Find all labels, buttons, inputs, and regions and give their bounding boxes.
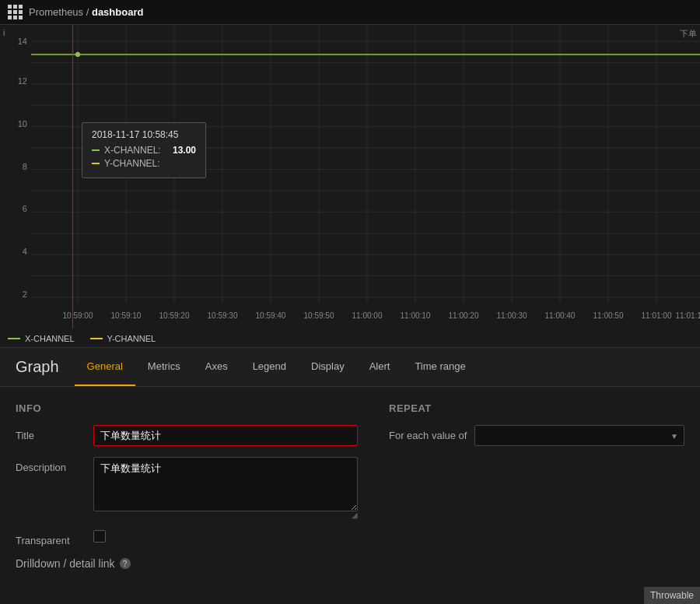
description-control: 下单数量统计 ◢ <box>93 457 358 519</box>
info-section-title: Info <box>16 402 358 414</box>
tabs-list: General Metrics Axes Legend Display Aler… <box>75 348 478 386</box>
tab-axes-label: Axes <box>205 360 228 372</box>
svg-text:8: 8 <box>23 161 27 170</box>
tabs-section: Graph General Metrics Axes Legend Displa… <box>0 348 700 387</box>
right-panel: Repeat For each value of ▼ <box>389 402 684 574</box>
app-icon[interactable] <box>8 5 23 19</box>
svg-text:10:59:50: 10:59:50 <box>304 311 334 320</box>
transparent-label: Transparent <box>16 530 93 546</box>
legend-y-label: Y-CHANNEL <box>107 334 156 343</box>
svg-text:6: 6 <box>23 204 27 213</box>
svg-text:11:00:10: 11:00:10 <box>401 311 431 320</box>
tab-metrics[interactable]: Metrics <box>135 348 193 386</box>
resize-handle: ◢ <box>93 511 358 519</box>
tooltip-x-color <box>92 149 100 151</box>
description-textarea[interactable]: 下单数量统计 <box>93 457 358 511</box>
tab-general-label: General <box>87 360 123 372</box>
drilldown-row: Drilldown / detail link ? <box>16 557 358 570</box>
svg-text:11:00:20: 11:00:20 <box>449 311 479 320</box>
svg-text:10:59:20: 10:59:20 <box>159 311 190 320</box>
top-nav: Prometheus / dashboard <box>0 0 700 25</box>
tab-time-range-label: Time range <box>415 360 465 372</box>
tab-display-label: Display <box>311 360 345 372</box>
svg-text:11:01:00: 11:01:00 <box>642 311 672 320</box>
transparent-row: Transparent <box>16 530 358 546</box>
repeat-row: For each value of ▼ <box>389 425 684 446</box>
breadcrumb-prometheus[interactable]: Prometheus <box>29 6 83 18</box>
tab-legend-label: Legend <box>253 360 286 372</box>
tab-display[interactable]: Display <box>299 348 357 386</box>
tab-general[interactable]: General <box>75 348 135 386</box>
help-icon[interactable]: ? <box>120 558 131 569</box>
breadcrumb-current: dashboard <box>92 6 143 18</box>
svg-text:4: 4 <box>23 247 27 256</box>
svg-text:11:00:30: 11:00:30 <box>497 311 527 320</box>
title-label: Title <box>16 425 93 441</box>
svg-text:11:01:10: 11:01:10 <box>676 311 700 320</box>
svg-text:11:00:40: 11:00:40 <box>545 311 576 320</box>
drilldown-label: Drilldown / detail link <box>16 557 115 570</box>
tab-axes[interactable]: Axes <box>193 348 240 386</box>
tooltip-x-label: X-CHANNEL: <box>104 145 168 156</box>
svg-text:12: 12 <box>18 76 27 86</box>
tooltip-time: 2018-11-17 10:58:45 <box>92 129 196 140</box>
tab-time-range[interactable]: Time range <box>402 348 478 386</box>
transparent-checkbox-wrapper <box>93 530 358 543</box>
chart-legend: X-CHANNEL Y-CHANNEL <box>0 328 700 348</box>
tab-legend[interactable]: Legend <box>240 348 299 386</box>
svg-text:11:00:50: 11:00:50 <box>593 311 624 320</box>
legend-x-channel[interactable]: X-CHANNEL <box>8 334 75 343</box>
repeat-select-wrapper: ▼ <box>474 425 684 446</box>
tab-metrics-label: Metrics <box>148 360 180 372</box>
tooltip-y-label: Y-CHANNEL: <box>104 158 191 169</box>
svg-text:10: 10 <box>18 118 27 128</box>
svg-text:10:59:10: 10:59:10 <box>111 311 142 320</box>
for-each-label: For each value of <box>389 430 467 441</box>
chart-tooltip: 2018-11-17 10:58:45 X-CHANNEL: 13.00 Y-C… <box>82 122 206 178</box>
legend-x-label: X-CHANNEL <box>25 334 75 343</box>
chart-info-label: i <box>3 28 5 37</box>
tooltip-y-color <box>92 163 100 164</box>
chart-canvas[interactable]: i 下单 <box>0 25 700 328</box>
title-control <box>93 425 358 446</box>
svg-text:10:59:00: 10:59:00 <box>63 311 93 320</box>
chart-wrapper: i 下单 <box>0 25 700 348</box>
cursor-line <box>72 25 73 328</box>
tab-alert[interactable]: Alert <box>357 348 403 386</box>
content-area: Info Title Description 下单数量统计 ◢ Transpar… <box>0 387 700 589</box>
breadcrumb: Prometheus / dashboard <box>29 6 143 18</box>
svg-text:10:59:30: 10:59:30 <box>208 311 238 320</box>
svg-text:2: 2 <box>23 290 27 299</box>
chart-top-right-label: 下单 <box>680 28 697 40</box>
legend-x-color <box>8 338 20 339</box>
tooltip-x-value: 13.00 <box>173 145 196 156</box>
tooltip-y-channel-row: Y-CHANNEL: <box>92 158 196 169</box>
breadcrumb-sep: / <box>86 6 92 18</box>
title-row: Title <box>16 425 358 446</box>
description-row: Description 下单数量统计 ◢ <box>16 457 358 519</box>
svg-text:11:00:00: 11:00:00 <box>352 311 383 320</box>
repeat-section-title: Repeat <box>389 402 684 414</box>
description-label: Description <box>16 457 93 473</box>
repeat-select[interactable] <box>474 425 684 446</box>
legend-y-channel[interactable]: Y-CHANNEL <box>90 334 156 343</box>
svg-point-34 <box>75 52 80 57</box>
svg-text:14: 14 <box>18 37 27 46</box>
left-panel: Info Title Description 下单数量统计 ◢ Transpar… <box>16 402 358 574</box>
panel-title: Graph <box>0 358 75 376</box>
watermark: Throwable <box>644 587 700 604</box>
svg-text:10:59:40: 10:59:40 <box>256 311 286 320</box>
transparent-checkbox[interactable] <box>93 530 106 543</box>
legend-y-color <box>90 338 103 339</box>
tooltip-x-channel-row: X-CHANNEL: 13.00 <box>92 145 196 156</box>
tab-alert-label: Alert <box>369 360 390 372</box>
title-input[interactable] <box>93 425 358 446</box>
transparent-control <box>93 530 358 543</box>
